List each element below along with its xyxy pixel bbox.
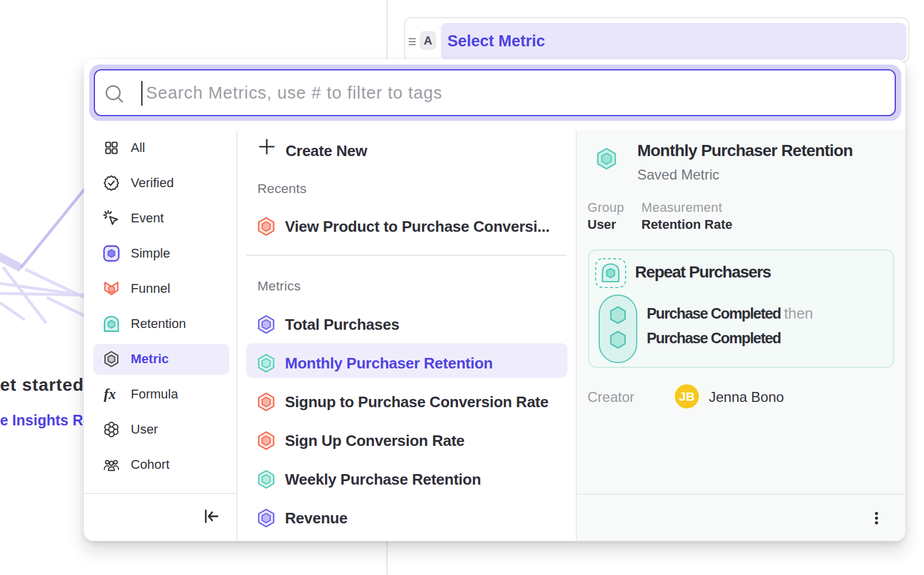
svg-text:fx: fx — [104, 386, 116, 402]
